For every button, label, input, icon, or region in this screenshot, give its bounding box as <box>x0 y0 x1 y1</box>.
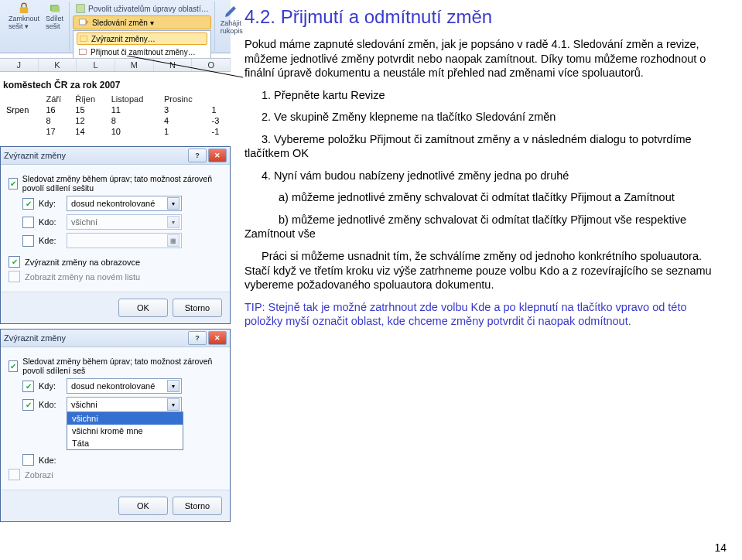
where-field[interactable]: ▦ <box>67 233 182 248</box>
highlight-icon <box>79 34 88 43</box>
dropdown-option[interactable]: všichni <box>67 412 183 425</box>
section-heading: 4.2. Přijmutí a odmítnutí změn <box>244 6 725 28</box>
track-changes-checkbox-label: Sledovat změny během úprav; tato možnost… <box>22 357 222 375</box>
step-4b: b) můžeme jednotlivé změny schvalovat či… <box>244 213 725 241</box>
dialog-titlebar[interactable]: Zvýraznit změny ? ✕ <box>1 147 230 165</box>
menu-accept-label: Přijmout či zamítnout změny… <box>91 48 196 56</box>
ok-button[interactable]: OK <box>118 299 168 317</box>
step-4a: a) můžeme jednotlivé změny schvalovat či… <box>244 190 725 205</box>
ribbon: Zamknout sešit ▾ Sdílet sešit Povolit už… <box>0 0 231 53</box>
col-letter[interactable]: O <box>192 59 231 71</box>
cancel-button[interactable]: Storno <box>173 299 222 317</box>
col-letter[interactable]: N <box>154 59 193 71</box>
who-checkbox[interactable] <box>22 217 34 228</box>
accept-reject-icon <box>78 47 87 56</box>
show-label: Zobrazi <box>25 470 53 480</box>
when-combo[interactable]: dosud nekontrolované ▾ <box>67 378 182 394</box>
onscreen-checkbox[interactable]: ✔ <box>9 256 20 268</box>
spreadsheet-snippet: koměstech ČR za rok 2007 Září Říjen List… <box>0 77 231 142</box>
allow-edit-ranges-button[interactable]: Povolit uživatelům úpravy oblastí… <box>73 3 211 14</box>
track-changes-label: Sledování změn ▾ <box>92 19 154 27</box>
when-combo[interactable]: dosud nekontrolované ▾ <box>67 196 182 211</box>
lock-icon <box>17 2 31 15</box>
document-body: 4.2. Přijmutí a odmítnutí změn Pokud mám… <box>231 0 742 560</box>
when-checkbox[interactable]: ✔ <box>22 198 34 210</box>
ok-button[interactable]: OK <box>118 497 168 515</box>
who-value: všichni <box>71 217 97 227</box>
onscreen-label: Zvýraznit změny na obrazovce <box>25 258 140 267</box>
help-button[interactable]: ? <box>188 331 207 345</box>
who-label: Kdo: <box>39 217 62 227</box>
show-checkbox[interactable] <box>9 469 20 480</box>
dropdown-option[interactable]: Táta <box>67 437 183 449</box>
svg-rect-2 <box>51 6 60 12</box>
tip-paragraph: TIP: Stejně tak je možné zatrhnout zde v… <box>244 300 725 329</box>
lock-workbook-label: Zamknout sešit ▾ <box>9 15 39 31</box>
track-changes-checkbox[interactable]: ✔ <box>9 178 18 190</box>
highlight-changes-dialog-1: Zvýraznit změny ? ✕ ✔ Sledovat změny běh… <box>0 146 231 324</box>
menu-highlight-label: Zvýraznit změny… <box>91 35 156 43</box>
track-changes-icon <box>78 17 89 28</box>
close-button[interactable]: ✕ <box>208 331 227 345</box>
cancel-button[interactable]: Storno <box>173 497 222 515</box>
when-value: dosud nekontrolované <box>71 381 155 391</box>
who-checkbox[interactable]: ✔ <box>22 399 34 411</box>
who-combo[interactable]: všichni ▾ <box>67 397 182 412</box>
who-value: všichni <box>71 400 97 409</box>
lock-workbook-button[interactable]: Zamknout sešit ▾ <box>6 2 42 31</box>
track-changes-checkbox-label: Sledovat změny během úprav; tato možnost… <box>22 174 222 193</box>
intro-paragraph: Pokud máme zapnuté sledování změn, jak j… <box>244 37 725 80</box>
chevron-down-icon[interactable]: ▾ <box>167 197 180 210</box>
step-4: 4. Nyní vám budou nabízeny jednotlivé zm… <box>244 169 725 183</box>
col-letter[interactable]: K <box>39 59 77 71</box>
grid-lock-icon <box>75 3 86 14</box>
when-checkbox[interactable]: ✔ <box>22 381 34 392</box>
newsheet-checkbox[interactable] <box>9 271 20 282</box>
dialog-title: Zvýraznit změny <box>4 333 66 343</box>
track-changes-button[interactable]: Sledování změn ▾ <box>73 15 211 29</box>
track-changes-menu: Zvýraznit změny… Přijmout či zamítnout z… <box>73 30 211 60</box>
dialog-titlebar[interactable]: Zvýraznit změny ? ✕ <box>1 330 230 347</box>
col-letter[interactable]: M <box>115 59 154 71</box>
share-workbook-label: Sdílet sešit <box>46 15 63 31</box>
col-letter[interactable]: L <box>77 59 115 71</box>
help-button[interactable]: ? <box>188 149 207 162</box>
chevron-down-icon[interactable]: ▾ <box>167 380 180 392</box>
col-letter[interactable]: J <box>0 59 39 71</box>
where-checkbox[interactable] <box>22 454 34 466</box>
step-1: 1. Přepněte kartu Revize <box>244 88 725 103</box>
allow-edit-ranges-label: Povolit uživatelům úpravy oblastí… <box>88 5 209 13</box>
share-icon <box>48 2 62 15</box>
range-picker-icon[interactable]: ▦ <box>167 234 180 247</box>
who-combo[interactable]: všichni ▾ <box>67 214 182 230</box>
when-value: dosud nekontrolované <box>71 199 155 208</box>
where-label: Kde: <box>39 456 62 465</box>
svg-rect-0 <box>20 8 29 14</box>
track-changes-checkbox[interactable]: ✔ <box>9 360 18 372</box>
highlight-changes-dialog-2: Zvýraznit změny ? ✕ ✔ Sledovat změny běh… <box>0 329 231 522</box>
when-label: Kdy: <box>39 199 62 208</box>
svg-rect-4 <box>80 19 86 25</box>
chevron-down-icon[interactable]: ▾ <box>167 216 180 228</box>
menu-highlight-changes[interactable]: Zvýraznit změny… <box>77 32 207 45</box>
close-button[interactable]: ✕ <box>208 149 227 162</box>
share-workbook-button[interactable]: Sdílet sešit <box>43 2 66 31</box>
newsheet-label: Zobrazit změny na novém listu <box>25 272 140 282</box>
dialog-title: Zvýraznit změny <box>4 151 66 160</box>
menu-accept-reject[interactable]: Přijmout či zamítnout změny… <box>77 46 207 57</box>
closing-paragraph: Práci si můžeme usnadnit tím, že schválí… <box>244 249 725 292</box>
where-checkbox[interactable] <box>22 235 34 247</box>
dropdown-option[interactable]: všichni kromě mne <box>67 425 183 437</box>
page-number: 14 <box>714 541 727 554</box>
table-row: 17 14 10 1 -1 <box>3 126 227 137</box>
who-dropdown: všichni všichni kromě mne Táta <box>67 411 183 450</box>
step-2: 2. Ve skupině Změny klepneme na tlačítko… <box>244 110 725 125</box>
table-row: Srpen 16 15 11 3 1 <box>3 104 227 115</box>
where-label: Kde: <box>39 236 62 245</box>
when-label: Kdy: <box>39 381 62 391</box>
svg-rect-3 <box>77 5 85 13</box>
sheet-title: koměstech ČR za rok 2007 <box>3 80 227 90</box>
svg-rect-5 <box>80 36 87 42</box>
chevron-down-icon[interactable]: ▾ <box>167 398 180 411</box>
column-letter-bar: J K L M N O <box>0 58 231 72</box>
